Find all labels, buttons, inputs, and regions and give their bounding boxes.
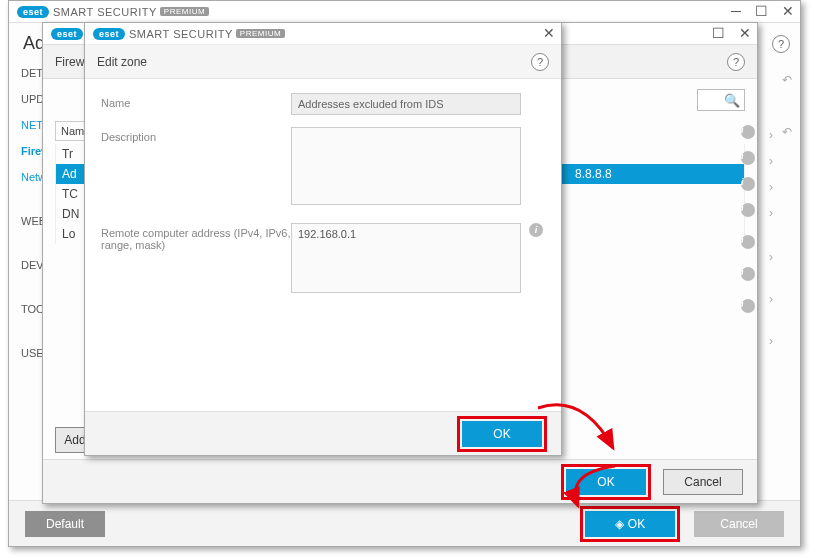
column-header-name[interactable]: Name (55, 121, 85, 141)
info-icon[interactable]: i (529, 223, 543, 237)
info-icon[interactable]: i (741, 203, 755, 217)
description-field[interactable] (291, 127, 521, 205)
chevron-right-icon[interactable]: › (764, 154, 778, 168)
revert-icon[interactable]: ↶ (780, 125, 794, 139)
chevron-right-icon[interactable]: › (764, 334, 778, 348)
main-titlebar: eset SMART SECURITY PREMIUM ─ ☐ ✕ (9, 1, 800, 23)
ok-button[interactable]: OK (566, 469, 646, 495)
info-column: i i i i i i i (741, 125, 755, 325)
chevron-right-icon[interactable]: › (764, 128, 778, 142)
editzone-titlebar: eset SMART SECURITY PREMIUM ✕ (85, 23, 561, 45)
chevron-right-icon[interactable]: › (764, 250, 778, 264)
annotation-box: OK (457, 416, 547, 452)
eset-logo: eset (51, 28, 83, 40)
edit-zone-dialog: eset SMART SECURITY PREMIUM ✕ Edit zone … (84, 22, 562, 456)
eset-logo: eset (17, 6, 49, 18)
eset-logo: eset (93, 28, 125, 40)
firewall-subtitle: Firew (55, 55, 84, 69)
firewall-footer: OK Cancel (43, 459, 757, 503)
info-icon[interactable]: i (741, 177, 755, 191)
name-label: Name (101, 93, 291, 109)
search-box[interactable]: 🔍 (697, 89, 745, 111)
default-button[interactable]: Default (25, 511, 105, 537)
chevron-right-icon[interactable]: › (764, 180, 778, 194)
info-icon[interactable]: i (741, 151, 755, 165)
chevron-right-icon[interactable]: › (764, 292, 778, 306)
help-icon[interactable]: ? (772, 35, 790, 53)
editzone-footer: OK (85, 411, 561, 455)
edition-badge: PREMIUM (236, 29, 285, 38)
info-icon[interactable]: i (741, 125, 755, 139)
info-icon[interactable]: i (741, 299, 755, 313)
revert-icon[interactable]: ↶ (780, 73, 794, 87)
ok-button[interactable]: ◈ OK (585, 511, 675, 537)
search-icon: 🔍 (724, 93, 740, 108)
help-icon[interactable]: ? (727, 53, 745, 71)
product-name: SMART SECURITY (53, 6, 157, 18)
shield-icon: ◈ (615, 517, 624, 531)
info-icon[interactable]: i (741, 267, 755, 281)
name-field[interactable] (291, 93, 521, 115)
annotation-box: OK (561, 464, 651, 500)
maximize-icon[interactable]: ☐ (755, 3, 768, 19)
address-label: Remote computer address (IPv4, IPv6, ran… (101, 223, 291, 251)
close-icon[interactable]: ✕ (543, 25, 555, 41)
annotation-box: ◈ OK (580, 506, 680, 542)
minimize-icon[interactable]: ─ (731, 3, 741, 19)
address-field[interactable]: 192.168.0.1 (291, 223, 521, 293)
editzone-subtitle-bar: Edit zone ? (85, 45, 561, 79)
close-icon[interactable]: ✕ (782, 3, 794, 19)
cancel-button[interactable]: Cancel (694, 511, 784, 537)
product-name: SMART SECURITY (129, 28, 233, 40)
close-icon[interactable]: ✕ (739, 25, 751, 41)
maximize-icon[interactable]: ☐ (712, 25, 725, 41)
editzone-form: Name Description Remote computer address… (85, 79, 561, 319)
ok-button[interactable]: OK (462, 421, 542, 447)
editzone-title: Edit zone (97, 55, 147, 69)
chevron-right-icon[interactable]: › (764, 206, 778, 220)
main-footer: Default ◈ OK Cancel (9, 500, 800, 546)
description-label: Description (101, 127, 291, 143)
help-icon[interactable]: ? (531, 53, 549, 71)
info-icon[interactable]: i (741, 235, 755, 249)
row-ip: 8.8.8.8 (575, 167, 612, 181)
edition-badge: PREMIUM (160, 7, 209, 16)
cancel-button[interactable]: Cancel (663, 469, 743, 495)
